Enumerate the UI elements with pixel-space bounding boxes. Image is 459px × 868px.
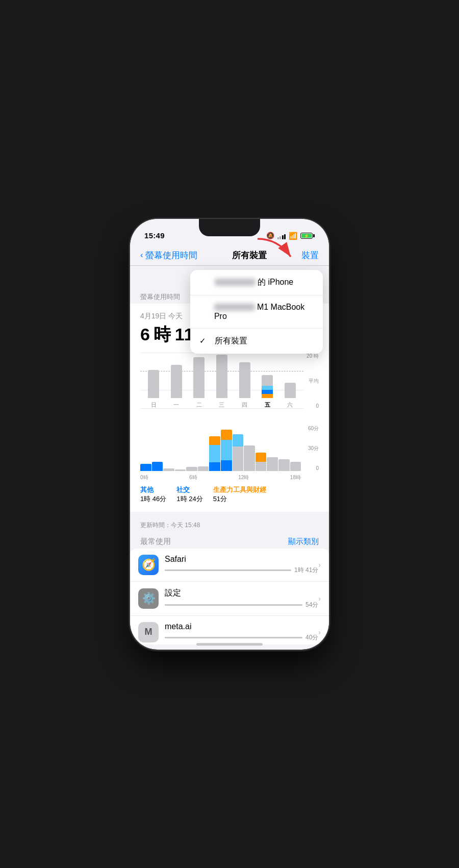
- phone-frame: 15:49 🔕 📶 ⚡: [130, 219, 329, 650]
- dropdown-item-iphone[interactable]: 的 iPhone: [190, 270, 323, 295]
- wifi-icon: 📶: [289, 232, 297, 240]
- nav-action-button[interactable]: 裝置: [301, 250, 319, 261]
- hourly-y-labels: 60分 30分 0: [301, 425, 319, 471]
- hourly-bars: [140, 425, 301, 471]
- most-used-label: 最常使用: [140, 537, 171, 547]
- settings-icon: ⚙️: [138, 588, 159, 609]
- safari-time: 1時 41分: [294, 566, 318, 575]
- status-icons: 🔕 📶 ⚡: [266, 232, 315, 240]
- safari-icon: 🧭: [138, 555, 159, 575]
- dropdown-item-macbook[interactable]: M1 MacBook Pro: [190, 295, 323, 329]
- bar-sunday: 日: [148, 370, 159, 409]
- bar-monday: 一: [171, 365, 182, 409]
- chart-legend: 其他 1時 46分 社交 1時 24分 生產力工具與財經 51分: [140, 485, 319, 504]
- app-name-meta: meta.ai: [165, 622, 318, 631]
- bar-saturday: 六: [285, 383, 296, 409]
- settings-time: 54分: [305, 601, 318, 609]
- app-name-settings: 設定: [165, 588, 318, 599]
- meta-time: 40分: [305, 633, 318, 642]
- bar-thursday: 四: [239, 362, 250, 409]
- hour-x-labels: 0時 6時 12時 18時: [140, 474, 301, 481]
- status-time: 15:49: [144, 231, 165, 240]
- settings-usage-bar: [165, 604, 302, 606]
- nav-bar: ‹ 螢幕使用時間 所有裝置 裝置: [130, 245, 329, 266]
- bar-wednesday: 三: [216, 355, 227, 409]
- bar-tuesday: 二: [193, 357, 205, 409]
- notch: [199, 219, 260, 236]
- weekly-y-labels: 20 時 平均 0: [304, 353, 319, 409]
- phone-screen: 15:49 🔕 📶 ⚡: [130, 219, 329, 650]
- device-dropdown[interactable]: 的 iPhone M1 MacBook Pro ✓ 所有裝置: [190, 270, 323, 354]
- app-name-safari: Safari: [165, 555, 318, 564]
- weekly-bars: 日 一 二: [140, 353, 303, 409]
- legend-productivity: 生產力工具與財經 51分: [213, 485, 266, 504]
- app-list: 🧭 Safari 1時 41分 ›: [130, 549, 329, 644]
- back-label: 螢幕使用時間: [145, 250, 197, 261]
- app-item-meta[interactable]: M meta.ai 40分 ›: [130, 616, 329, 644]
- chevron-right-icon: ›: [318, 561, 321, 569]
- weekly-bar-chart: 日 一 二: [140, 353, 319, 419]
- back-button[interactable]: ‹ 螢幕使用時間: [140, 250, 197, 261]
- checkmark-icon: ✓: [199, 336, 210, 345]
- battery-icon: ⚡: [300, 233, 315, 239]
- nav-title: 所有裝置: [232, 250, 267, 261]
- app-item-settings[interactable]: ⚙️ 設定 54分 ›: [130, 582, 329, 616]
- dropdown-iphone-label: 的 iPhone: [215, 277, 293, 288]
- chevron-right-icon-2: ›: [318, 594, 321, 603]
- safari-usage-bar: [165, 569, 291, 571]
- blurred-device-name: [215, 279, 256, 286]
- bar-friday-today[interactable]: 五: [262, 375, 273, 409]
- dropdown-item-all[interactable]: ✓ 所有裝置: [190, 329, 323, 354]
- hourly-chart: 0時 6時 12時 18時 60分 30分 0: [140, 425, 319, 481]
- update-time: 更新時間：今天 15:48: [130, 518, 329, 533]
- home-indicator: [196, 643, 263, 646]
- legend-other: 其他 1時 46分: [140, 485, 166, 504]
- meta-usage-bar: [165, 637, 302, 638]
- dropdown-all-label: 所有裝置: [215, 336, 247, 346]
- chevron-right-icon-3: ›: [318, 628, 321, 636]
- chevron-left-icon: ‹: [140, 250, 143, 260]
- show-category-button[interactable]: 顯示類別: [288, 537, 319, 547]
- signal-icon: [277, 232, 286, 239]
- blurred-device-name-2: [214, 304, 255, 311]
- most-used-header: 最常使用 顯示類別: [130, 533, 329, 549]
- dropdown-macbook-label: M1 MacBook Pro: [214, 303, 314, 321]
- meta-icon: M: [138, 622, 159, 642]
- app-item-safari[interactable]: 🧭 Safari 1時 41分 ›: [130, 549, 329, 582]
- legend-social: 社交 1時 24分: [176, 485, 202, 504]
- mute-icon: 🔕: [266, 232, 274, 239]
